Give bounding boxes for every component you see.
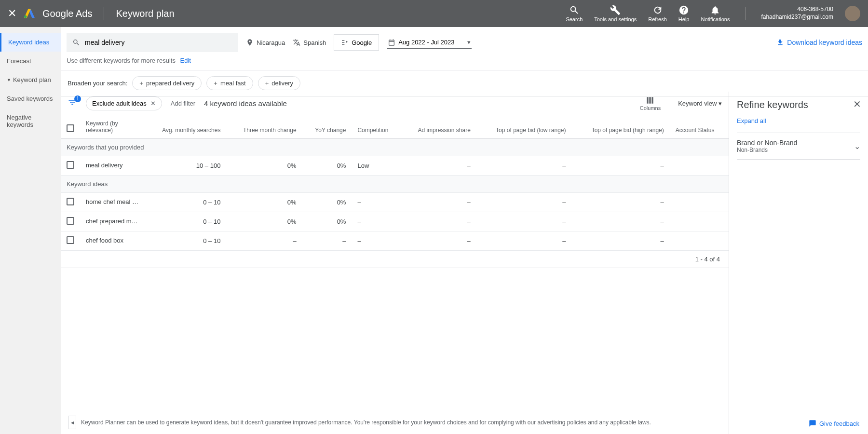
search-icon	[72, 39, 80, 46]
broaden-label: Broaden your search:	[68, 80, 127, 87]
col-comp[interactable]: Competition	[352, 115, 401, 139]
keyword-table: Keyword (by relevance) Avg. monthly sear…	[61, 115, 729, 251]
product-name: Google Ads	[42, 8, 92, 19]
location-pin-icon	[246, 39, 254, 46]
refresh-button[interactable]: Refresh	[648, 5, 667, 22]
caret-down-icon: ▼	[7, 78, 11, 82]
table-row[interactable]: meal delivery10 – 1000%0%Low–––	[61, 156, 729, 176]
refine-group-brand[interactable]: Brand or Non-Brand Non-Brands ⌄	[737, 133, 860, 160]
keyword-table-wrap: 1 Exclude adult ideas✕ Add filter 4 keyw…	[61, 92, 729, 434]
table-section-row: Keyword ideas	[61, 176, 729, 193]
filter-count-badge: 1	[74, 95, 81, 102]
table-row[interactable]: home chef meal …0 – 100%0%––––	[61, 193, 729, 212]
sidebar-item-keyword-plan[interactable]: ▼Keyword plan	[0, 70, 61, 89]
col-low[interactable]: Top of page bid (low range)	[476, 115, 572, 139]
refine-title: Refine keywords	[737, 99, 860, 110]
broaden-chip[interactable]: +meal fast	[206, 76, 253, 90]
table-row[interactable]: chef prepared me…0 – 100%0%––––	[61, 212, 729, 231]
broaden-chip[interactable]: +prepared delivery	[132, 76, 202, 90]
ideas-available-label: 4 keyword ideas available	[204, 99, 287, 108]
keyword-search-box[interactable]	[67, 33, 238, 52]
filter-bar: Nicaragua Spanish Google Aug 2022 - Jul …	[61, 27, 868, 70]
location-selector[interactable]: Nicaragua	[246, 39, 285, 46]
sidebar-item-saved-keywords[interactable]: Saved keywords	[0, 89, 61, 108]
svg-point-2	[24, 15, 27, 18]
app-header: ✕ Google Ads Keyword plan Search Tools a…	[0, 0, 868, 27]
checkbox-icon[interactable]	[67, 217, 74, 225]
sidebar-item-forecast[interactable]: Forecast	[0, 52, 61, 70]
keyword-search-input[interactable]	[85, 39, 232, 46]
exclude-filter-pill[interactable]: Exclude adult ideas✕	[86, 96, 162, 110]
main-content: Nicaragua Spanish Google Aug 2022 - Jul …	[61, 27, 868, 434]
refine-group-title: Brand or Non-Brand	[737, 139, 797, 147]
give-feedback-button[interactable]: Give feedback	[809, 420, 859, 427]
plus-icon: +	[139, 80, 143, 87]
calendar-icon	[388, 39, 395, 46]
wrench-icon	[610, 5, 621, 15]
col-checkbox[interactable]	[61, 115, 80, 139]
col-avg[interactable]: Avg. monthly searches	[145, 115, 226, 139]
table-toolbar: 1 Exclude adult ideas✕ Add filter 4 keyw…	[61, 92, 729, 115]
plus-icon: +	[265, 80, 269, 87]
col-keyword[interactable]: Keyword (by relevance)	[80, 115, 145, 139]
checkbox-icon[interactable]	[67, 124, 74, 132]
google-ads-logo-icon	[24, 8, 35, 19]
date-range-selector[interactable]: Aug 2022 - Jul 2023 ▾	[387, 37, 471, 49]
help-icon	[678, 5, 689, 15]
sidebar: Keyword ideas Forecast ▼Keyword plan Sav…	[0, 27, 61, 434]
network-icon	[341, 39, 349, 46]
table-row[interactable]: chef food box0 – 10––––––	[61, 231, 729, 251]
network-selector[interactable]: Google	[334, 34, 379, 51]
col-high[interactable]: Top of page bid (high range)	[572, 115, 670, 139]
search-button[interactable]: Search	[566, 5, 583, 22]
account-phone: 406-368-5700	[761, 6, 833, 14]
search-icon	[569, 5, 580, 15]
search-hint: Use different keywords for more results	[67, 57, 176, 64]
remove-pill-icon[interactable]: ✕	[150, 100, 156, 107]
notifications-button[interactable]: Notifications	[701, 5, 730, 22]
page-title: Keyword plan	[116, 8, 174, 19]
refine-group-sub: Non-Brands	[737, 147, 797, 153]
footer-disclaimer: ◂ Keyword Planner can be used to generat…	[61, 411, 729, 434]
checkbox-icon[interactable]	[67, 161, 74, 169]
sidebar-item-keyword-ideas[interactable]: Keyword ideas	[0, 33, 61, 52]
account-email: fahadhamid237@gmail.com	[761, 14, 833, 21]
col-imp[interactable]: Ad impression share	[401, 115, 476, 139]
account-info[interactable]: 406-368-5700 fahadhamid237@gmail.com	[761, 6, 833, 21]
edit-link[interactable]: Edit	[180, 57, 191, 64]
sidebar-item-negative-keywords[interactable]: Negative keywords	[0, 108, 61, 134]
checkbox-icon[interactable]	[67, 198, 74, 205]
filter-button[interactable]: 1	[68, 97, 77, 109]
dropdown-icon: ▾	[467, 39, 471, 46]
plus-icon: +	[214, 80, 217, 87]
collapse-footer-icon[interactable]: ◂	[68, 416, 76, 429]
translate-icon	[293, 39, 300, 46]
view-dropdown[interactable]: Keyword view ▾	[678, 100, 722, 107]
chat-icon	[809, 420, 816, 427]
download-icon	[776, 39, 784, 46]
col-acc[interactable]: Account Status	[670, 115, 729, 139]
columns-button[interactable]: Columns	[640, 95, 661, 111]
download-button[interactable]: Download keyword ideas	[776, 39, 862, 46]
chevron-down-icon: ⌄	[854, 142, 860, 151]
refine-panel: Refine keywords ✕ Expand all Brand or No…	[729, 92, 868, 434]
bell-icon	[710, 5, 720, 15]
col-yoy[interactable]: YoY change	[302, 115, 352, 139]
columns-icon	[645, 95, 655, 105]
refresh-icon	[652, 5, 663, 15]
pager: 1 - 4 of 4	[61, 251, 729, 268]
close-icon[interactable]: ✕	[8, 7, 16, 20]
col-tmc[interactable]: Three month change	[226, 115, 302, 139]
broaden-chip[interactable]: +delivery	[258, 76, 300, 90]
close-refine-icon[interactable]: ✕	[853, 98, 861, 110]
tools-button[interactable]: Tools and settings	[594, 5, 637, 22]
checkbox-icon[interactable]	[67, 236, 74, 244]
add-filter-button[interactable]: Add filter	[171, 100, 195, 107]
divider	[745, 7, 746, 20]
avatar[interactable]	[845, 6, 860, 21]
expand-all-link[interactable]: Expand all	[737, 117, 766, 124]
table-section-row: Keywords that you provided	[61, 139, 729, 156]
divider	[104, 7, 104, 20]
language-selector[interactable]: Spanish	[293, 39, 326, 46]
help-button[interactable]: Help	[678, 5, 690, 22]
